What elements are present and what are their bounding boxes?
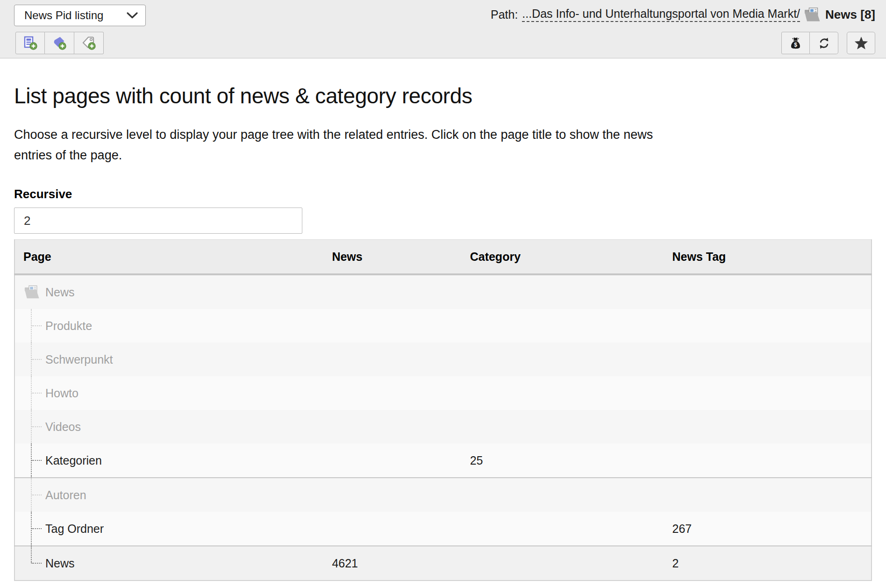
breadcrumb: Path: ...Das Info- und Unterhaltungsport… [491, 7, 875, 22]
category-count-cell [465, 274, 668, 309]
doc-header-bar: News Pid listing [0, 0, 886, 58]
news-count-cell [327, 376, 465, 410]
table-row: Howto [14, 376, 872, 410]
column-header-page: Page [14, 240, 327, 275]
page-title-link: Autoren [45, 488, 86, 502]
table-row: Tag Ordner267 [14, 512, 872, 546]
recursive-input[interactable] [14, 208, 302, 234]
page-title-link: Produkte [45, 319, 92, 332]
page-count-table: Page News Category News Tag NewsProdukte… [14, 239, 872, 581]
reload-button[interactable] [810, 32, 838, 54]
newstag-count-cell [667, 343, 872, 376]
page-cell: Kategorien [14, 444, 327, 478]
table-row: Autoren [14, 478, 872, 512]
table-header-row: Page News Category News Tag [14, 240, 872, 275]
tag-plus-icon [82, 36, 96, 50]
new-category-button[interactable] [45, 32, 74, 54]
news-count-cell [327, 444, 465, 478]
table-row: Kategorien25 [14, 444, 872, 478]
page-title-link: News [45, 286, 75, 299]
category-count-cell [465, 546, 668, 581]
category-count-cell [465, 376, 668, 410]
category-count-cell [465, 478, 668, 512]
page-cell: Schwerpunkt [14, 343, 327, 376]
table-row: Videos [14, 410, 872, 444]
action-buttons: $ [781, 32, 838, 54]
page-cell: News [14, 546, 327, 581]
news-count-cell [327, 512, 465, 546]
newstag-count-cell [667, 376, 872, 410]
module-select-value: News Pid listing [24, 9, 103, 22]
bookmark-button[interactable] [847, 32, 875, 54]
news-document-plus-icon [23, 36, 37, 50]
new-news-tag-button[interactable] [74, 32, 104, 54]
newstag-count-cell: 267 [667, 512, 872, 546]
page-title-link[interactable]: Tag Ordner [45, 522, 104, 535]
page-title-link: Schwerpunkt [45, 353, 113, 366]
news-count-cell [327, 274, 465, 309]
current-page-title: News [8] [825, 7, 875, 22]
category-tag-plus-icon [52, 36, 66, 50]
money-bag-icon: $ [789, 36, 802, 50]
description-line-2: entries of the page. [14, 148, 122, 162]
path-label: Path: [491, 8, 518, 22]
path-link[interactable]: ...Das Info- und Unterhaltungsportal von… [522, 7, 800, 22]
page-title: List pages with count of news & category… [14, 83, 872, 108]
svg-text:$: $ [794, 42, 797, 48]
page-cell: Tag Ordner [14, 512, 327, 546]
news-count-cell [327, 343, 465, 376]
column-header-newstag: News Tag [667, 240, 872, 275]
news-count-cell [327, 309, 465, 343]
newstag-count-cell [667, 309, 872, 343]
module-body: List pages with count of news & category… [0, 83, 886, 581]
folder-news-icon [24, 285, 40, 299]
news-count-cell: 4621 [327, 546, 465, 581]
newstag-count-cell [667, 274, 872, 309]
newstag-count-cell [667, 410, 872, 444]
category-count-cell [465, 512, 668, 546]
news-count-cell [327, 410, 465, 444]
chevron-down-icon [127, 12, 138, 19]
column-header-news: News [327, 240, 465, 275]
new-record-buttons [15, 32, 104, 54]
table-body: NewsProdukteSchwerpunktHowtoVideosKatego… [14, 274, 872, 581]
page-title-link: Videos [45, 420, 81, 433]
new-news-record-button[interactable] [15, 32, 45, 54]
newstag-count-cell [667, 444, 872, 478]
column-header-category: Category [465, 240, 668, 275]
page-cell: Videos [14, 410, 327, 444]
table-row: Produkte [14, 309, 872, 343]
star-icon [854, 36, 868, 50]
description-line-1: Choose a recursive level to display your… [14, 128, 653, 142]
category-count-cell: 25 [465, 444, 668, 478]
table-row: News [14, 274, 872, 309]
newstag-count-cell [667, 478, 872, 512]
module-select[interactable]: News Pid listing [14, 5, 146, 26]
module-description: Choose a recursive level to display your… [14, 124, 872, 165]
page-title-link: Howto [45, 387, 79, 400]
category-count-cell [465, 343, 668, 376]
page-title-link[interactable]: News [45, 557, 75, 570]
category-count-cell [465, 410, 668, 444]
table-row: News46212 [14, 546, 872, 581]
page-cell: News [14, 274, 327, 309]
page-cell: Produkte [14, 309, 327, 343]
news-count-cell [327, 478, 465, 512]
table-row: Schwerpunkt [14, 343, 872, 376]
folder-news-icon [804, 7, 821, 22]
newstag-count-cell: 2 [667, 546, 872, 581]
recursive-label: Recursive [14, 187, 872, 201]
page-title-link[interactable]: Kategorien [45, 454, 102, 467]
reload-icon [817, 36, 831, 50]
category-count-cell [465, 309, 668, 343]
page-cell: Howto [14, 376, 327, 410]
page-cell: Autoren [14, 478, 327, 512]
money-bag-button[interactable]: $ [781, 32, 810, 54]
